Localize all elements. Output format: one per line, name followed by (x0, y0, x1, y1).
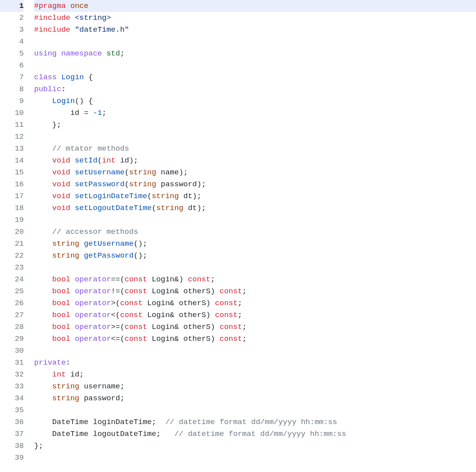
line-number[interactable]: 38 (0, 440, 24, 452)
token-pp: #pragma (34, 2, 66, 10)
token-plain: { (84, 73, 93, 82)
token-type: int (102, 156, 115, 165)
code-line: bool operator==(const Login&) const; (34, 273, 476, 285)
token-type: void (52, 180, 71, 189)
line-number[interactable]: 8 (0, 83, 24, 95)
line-number[interactable]: 7 (0, 71, 24, 83)
line-number[interactable]: 29 (0, 333, 24, 345)
token-inc: <string> (75, 13, 111, 22)
line-number[interactable]: 36 (0, 416, 24, 428)
token-plain (34, 299, 52, 308)
code-line (34, 59, 476, 71)
token-plain: DateTime loginDateTime; (34, 418, 165, 426)
line-number[interactable]: 22 (0, 250, 24, 262)
code-line: bool operator>(const Login& otherS) cons… (34, 297, 476, 309)
token-plain (70, 287, 75, 296)
token-type: const (220, 287, 242, 296)
token-def: public (34, 85, 61, 94)
code-line: public: (34, 83, 476, 95)
code-line: class Login { (34, 71, 476, 83)
token-type: const (125, 275, 147, 284)
line-number[interactable]: 9 (0, 95, 24, 107)
code-line: int id; (34, 369, 476, 380)
code-line: string username; (34, 380, 476, 392)
token-type: const (215, 311, 238, 319)
line-number[interactable]: 35 (0, 404, 24, 416)
code-line (34, 345, 476, 357)
code-line: void setUsername(string name); (34, 166, 476, 178)
token-plain (70, 180, 75, 189)
token-plain: }; (34, 441, 43, 450)
token-plain: Login&) (147, 275, 188, 284)
token-plain: dt); (183, 204, 206, 212)
token-type: const (215, 299, 238, 308)
token-def: private (34, 358, 66, 367)
token-plain: <( (111, 311, 120, 319)
line-number-gutter: 1234567891011121314151617181920212223242… (0, 0, 29, 464)
token-def: operator (75, 287, 111, 296)
line-number[interactable]: 16 (0, 178, 24, 190)
line-number[interactable]: 17 (0, 190, 24, 202)
line-number[interactable]: 27 (0, 309, 24, 321)
token-plain (34, 168, 52, 177)
token-plain (34, 144, 52, 153)
token-plain (70, 275, 75, 284)
code-line: void setLogoutDateTime(string dt); (34, 202, 476, 214)
code-line: DateTime logoutDateTime; // datetime for… (34, 428, 476, 440)
token-plain (34, 251, 52, 260)
line-number[interactable]: 5 (0, 48, 24, 59)
line-number[interactable]: 39 (0, 452, 24, 464)
line-number[interactable]: 14 (0, 155, 24, 166)
token-plain (70, 204, 75, 212)
token-plain: : (61, 85, 65, 94)
line-number[interactable]: 18 (0, 202, 24, 214)
token-plain: (); (134, 251, 147, 260)
code-line: private: (34, 357, 476, 369)
line-number[interactable]: 2 (0, 12, 24, 24)
line-number[interactable]: 10 (0, 107, 24, 119)
line-number[interactable]: 6 (0, 59, 24, 71)
line-number[interactable]: 34 (0, 392, 24, 404)
line-number[interactable]: 25 (0, 285, 24, 297)
line-number[interactable]: 26 (0, 297, 24, 309)
token-plain: ( (125, 180, 129, 189)
line-number[interactable]: 32 (0, 369, 24, 380)
line-number[interactable]: 30 (0, 345, 24, 357)
token-plain: Login& otherS) (143, 299, 215, 308)
line-number[interactable]: 13 (0, 143, 24, 155)
token-plain: () { (75, 97, 93, 105)
token-plain: ; (242, 287, 247, 296)
line-number[interactable]: 19 (0, 214, 24, 226)
line-number[interactable]: 37 (0, 428, 24, 440)
line-number[interactable]: 20 (0, 226, 24, 238)
line-number[interactable]: 31 (0, 357, 24, 369)
line-number[interactable]: 21 (0, 238, 24, 250)
line-number[interactable]: 15 (0, 166, 24, 178)
token-func: setPassword (75, 180, 125, 189)
token-plain (70, 299, 75, 308)
token-type: const (125, 287, 147, 296)
line-number[interactable]: 24 (0, 273, 24, 285)
line-number[interactable]: 33 (0, 380, 24, 392)
token-plain (70, 168, 75, 177)
token-plain: ( (98, 156, 102, 165)
token-str: "dateTime.h" (75, 25, 129, 34)
token-plain (66, 2, 70, 10)
line-number[interactable]: 28 (0, 321, 24, 333)
token-plain: ; (242, 334, 247, 343)
token-cls: string (129, 168, 156, 177)
token-plain (70, 156, 75, 165)
line-number[interactable]: 12 (0, 131, 24, 143)
line-number[interactable]: 11 (0, 119, 24, 131)
line-number[interactable]: 3 (0, 24, 24, 36)
code-line (34, 36, 476, 48)
token-plain (102, 49, 106, 58)
token-plain: (); (134, 239, 147, 248)
code-line: Login() { (34, 95, 476, 107)
token-plain: ( (152, 204, 156, 212)
code-area[interactable]: #pragma once#include <string>#include "d… (29, 0, 476, 464)
line-number[interactable]: 23 (0, 262, 24, 273)
token-plain (34, 334, 52, 343)
line-number[interactable]: 4 (0, 36, 24, 48)
line-number[interactable]: 1 (0, 0, 24, 12)
